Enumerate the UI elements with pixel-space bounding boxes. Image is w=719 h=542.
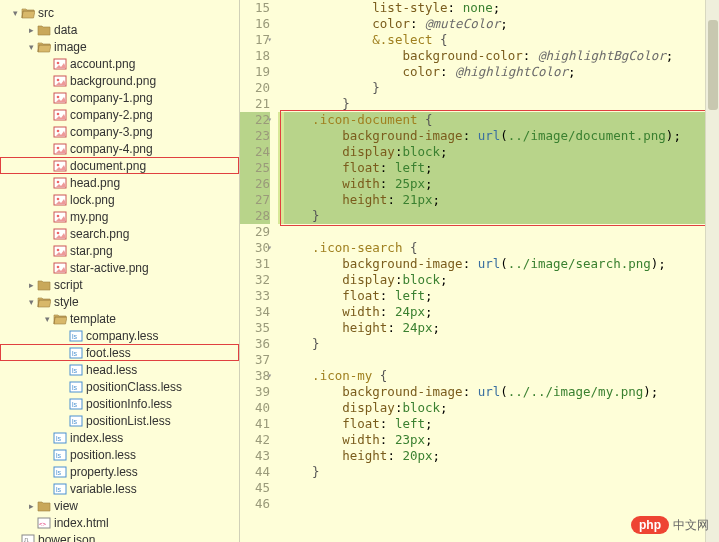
code-line[interactable]: float: left; <box>282 288 719 304</box>
tree-item-positionClass-less[interactable]: positionClass.less <box>0 378 239 395</box>
chevron-icon[interactable]: ▸ <box>26 280 36 290</box>
tree-item-bower-json[interactable]: bower.json <box>0 531 239 542</box>
less-icon <box>68 363 84 377</box>
tree-item-index-less[interactable]: index.less <box>0 429 239 446</box>
tree-item-company-1-png[interactable]: company-1.png <box>0 89 239 106</box>
tree-label: template <box>70 312 116 326</box>
tree-item-star-active-png[interactable]: star-active.png <box>0 259 239 276</box>
line-number: 44 <box>240 464 270 480</box>
img-icon <box>52 142 68 156</box>
code-line[interactable]: height: 21px; <box>282 192 719 208</box>
code-line[interactable]: background-image: url(../image/document.… <box>282 128 719 144</box>
code-line[interactable]: .icon-document { <box>282 112 719 128</box>
chevron-icon[interactable]: ▾ <box>26 42 36 52</box>
code-line[interactable] <box>282 480 719 496</box>
code-area[interactable]: list-style: none; color: @muteColor; &.s… <box>278 0 719 542</box>
line-number: 29 <box>240 224 270 240</box>
code-line[interactable]: list-style: none; <box>282 0 719 16</box>
folder-open-icon <box>36 40 52 54</box>
tree-item-image[interactable]: ▾image <box>0 38 239 55</box>
tree-item-search-png[interactable]: search.png <box>0 225 239 242</box>
code-line[interactable]: } <box>282 464 719 480</box>
code-line[interactable]: } <box>282 96 719 112</box>
chevron-icon[interactable]: ▸ <box>26 501 36 511</box>
line-number-gutter: 1516171819202122232425262728293031323334… <box>240 0 278 542</box>
tree-label: foot.less <box>86 346 131 360</box>
tree-item-positionList-less[interactable]: positionList.less <box>0 412 239 429</box>
code-line[interactable]: display:block; <box>282 400 719 416</box>
tree-item-head-png[interactable]: head.png <box>0 174 239 191</box>
code-line[interactable]: width: 23px; <box>282 432 719 448</box>
code-line[interactable]: display:block; <box>282 272 719 288</box>
code-line[interactable]: &.select { <box>282 32 719 48</box>
tree-item-company-2-png[interactable]: company-2.png <box>0 106 239 123</box>
tree-item-index-html[interactable]: index.html <box>0 514 239 531</box>
line-number: 20 <box>240 80 270 96</box>
code-line[interactable] <box>282 224 719 240</box>
code-line[interactable]: color: @muteColor; <box>282 16 719 32</box>
tree-item-variable-less[interactable]: variable.less <box>0 480 239 497</box>
file-tree[interactable]: ▾src▸data▾imageaccount.pngbackground.png… <box>0 0 240 542</box>
tree-item-src[interactable]: ▾src <box>0 4 239 21</box>
tree-item-lock-png[interactable]: lock.png <box>0 191 239 208</box>
img-icon <box>52 210 68 224</box>
code-line[interactable]: float: left; <box>282 160 719 176</box>
tree-item-company-3-png[interactable]: company-3.png <box>0 123 239 140</box>
code-line[interactable]: .icon-search { <box>282 240 719 256</box>
tree-label: head.png <box>70 176 120 190</box>
tree-item-positionInfo-less[interactable]: positionInfo.less <box>0 395 239 412</box>
chevron-icon[interactable]: ▾ <box>42 314 52 324</box>
code-line[interactable]: float: left; <box>282 416 719 432</box>
tree-item-company-4-png[interactable]: company-4.png <box>0 140 239 157</box>
code-line[interactable]: .icon-my { <box>282 368 719 384</box>
tree-item-foot-less[interactable]: foot.less <box>0 344 239 361</box>
chevron-icon[interactable]: ▸ <box>26 25 36 35</box>
tree-label: variable.less <box>70 482 137 496</box>
tree-item-my-png[interactable]: my.png <box>0 208 239 225</box>
code-line[interactable]: width: 24px; <box>282 304 719 320</box>
tree-item-view[interactable]: ▸view <box>0 497 239 514</box>
line-number: 25 <box>240 160 270 176</box>
watermark: php 中文网 <box>631 516 709 534</box>
line-number: 21 <box>240 96 270 112</box>
code-line[interactable]: background-image: url(../../image/my.png… <box>282 384 719 400</box>
img-icon <box>52 244 68 258</box>
code-line[interactable] <box>282 352 719 368</box>
less-icon <box>52 431 68 445</box>
tree-item-data[interactable]: ▸data <box>0 21 239 38</box>
tree-item-background-png[interactable]: background.png <box>0 72 239 89</box>
code-line[interactable]: width: 25px; <box>282 176 719 192</box>
code-editor[interactable]: 1516171819202122232425262728293031323334… <box>240 0 719 542</box>
tree-item-script[interactable]: ▸script <box>0 276 239 293</box>
tree-item-template[interactable]: ▾template <box>0 310 239 327</box>
tree-item-document-png[interactable]: document.png <box>0 157 239 174</box>
scrollbar-thumb[interactable] <box>708 20 718 110</box>
code-line[interactable]: background-image: url(../image/search.pn… <box>282 256 719 272</box>
code-line[interactable]: } <box>282 336 719 352</box>
code-line[interactable]: color: @highlightColor; <box>282 64 719 80</box>
chevron-icon[interactable]: ▾ <box>26 297 36 307</box>
code-line[interactable]: display:block; <box>282 144 719 160</box>
code-line[interactable]: height: 20px; <box>282 448 719 464</box>
vertical-scrollbar[interactable] <box>705 0 719 542</box>
tree-item-head-less[interactable]: head.less <box>0 361 239 378</box>
tree-item-style[interactable]: ▾style <box>0 293 239 310</box>
line-number: 46 <box>240 496 270 512</box>
chevron-icon[interactable]: ▾ <box>10 8 20 18</box>
tree-item-star-png[interactable]: star.png <box>0 242 239 259</box>
tree-item-company-less[interactable]: company.less <box>0 327 239 344</box>
folder-icon <box>36 499 52 513</box>
line-number: 42 <box>240 432 270 448</box>
line-number: 38 <box>240 368 270 384</box>
code-line[interactable] <box>282 496 719 512</box>
tree-label: head.less <box>86 363 137 377</box>
line-number: 36 <box>240 336 270 352</box>
code-line[interactable]: } <box>282 208 719 224</box>
code-line[interactable]: height: 24px; <box>282 320 719 336</box>
tree-item-account-png[interactable]: account.png <box>0 55 239 72</box>
code-line[interactable]: background-color: @highlightBgColor; <box>282 48 719 64</box>
tree-item-property-less[interactable]: property.less <box>0 463 239 480</box>
tree-item-position-less[interactable]: position.less <box>0 446 239 463</box>
line-number: 37 <box>240 352 270 368</box>
code-line[interactable]: } <box>282 80 719 96</box>
